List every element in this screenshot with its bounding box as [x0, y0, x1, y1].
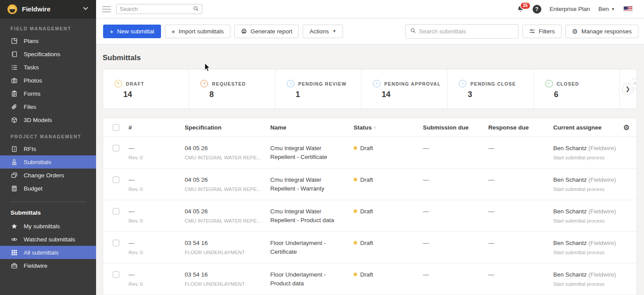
status-card-requested[interactable]: ↗REQUESTED 8	[189, 69, 275, 108]
column-header-current-assignee[interactable]: Current assignee	[553, 124, 616, 131]
stamp-icon	[11, 158, 18, 165]
status-dot	[354, 178, 357, 181]
help-icon[interactable]: ?	[533, 5, 541, 14]
row-submission-due-cell: —	[423, 169, 488, 184]
row-submission-due-cell: —	[423, 232, 488, 248]
column-header-specification[interactable]: Specification	[185, 124, 270, 131]
sidebar-item-all-submittals[interactable]: All submittals	[0, 246, 96, 259]
table-row[interactable]: —Rev. 0 04 05 26CMU INTEGRAL WATER REPE.…	[103, 200, 637, 232]
generate-report-button[interactable]: Generate report	[234, 25, 299, 38]
status-card-draft[interactable]: ✎DRAFT 14	[103, 69, 189, 108]
row-checkbox[interactable]	[113, 271, 119, 278]
status-count: 8	[209, 90, 275, 99]
status-count: 1	[296, 90, 361, 99]
status-dot	[354, 273, 357, 276]
status-card-pending-approval[interactable]: PENDING APPROVAL 14	[361, 69, 447, 108]
row-spec-cell: 03 54 16FLOOR UNDERLAYMENT	[185, 232, 270, 255]
submittals-search[interactable]	[405, 24, 519, 39]
column-header-number[interactable]: #	[129, 124, 185, 131]
manage-responses-button[interactable]: ⚙Manage responses	[565, 25, 638, 38]
sidebar-item-watched-submittals[interactable]: Watched submittals	[0, 233, 96, 246]
global-search[interactable]	[116, 4, 202, 14]
plus-icon: +	[110, 28, 114, 35]
sidebar-item-my-submittals[interactable]: My submittals	[0, 219, 96, 233]
clock-icon	[459, 80, 466, 87]
status-count: 6	[554, 90, 619, 99]
actionbar: +New submittal +Import submittals Genera…	[96, 18, 644, 44]
column-header-submission-due[interactable]: Submission due	[423, 124, 488, 131]
select-all-checkbox[interactable]	[113, 124, 119, 131]
row-checkbox[interactable]	[113, 145, 119, 151]
eye-icon	[11, 236, 18, 243]
status-count: 3	[468, 90, 533, 99]
sidebar-item-submittals[interactable]: Submittals	[0, 155, 96, 169]
plans-icon	[11, 37, 18, 44]
calculator-icon	[11, 185, 18, 192]
sidebar-item-forms[interactable]: Forms	[0, 87, 96, 100]
main-content: Submittals ✎DRAFT 14 ↗REQUESTED 8 PENDIN…	[96, 44, 644, 295]
status-dot	[354, 146, 357, 150]
sidebar-item-specifications[interactable]: Specifications	[0, 47, 96, 61]
column-header-name[interactable]: Name	[270, 124, 354, 131]
row-checkbox[interactable]	[113, 208, 119, 215]
sidebar-item-tasks[interactable]: Tasks	[0, 61, 96, 74]
global-search-input[interactable]	[120, 6, 193, 12]
sidebar-header[interactable]: Fieldwire	[0, 0, 96, 18]
table-row[interactable]: —Rev. 0 03 54 16FLOOR UNDERLAYMENT Floor…	[103, 263, 637, 295]
column-settings-gear-icon[interactable]: ⚙	[616, 123, 637, 132]
row-status-cell: Draft	[354, 137, 423, 153]
row-response-due-cell: —	[488, 169, 553, 184]
sidebar-item-3d-models[interactable]: 3D Models	[0, 113, 96, 126]
column-header-status[interactable]: Status↑	[354, 124, 423, 131]
sidebar-item-fieldwire[interactable]: Fieldwire	[0, 259, 96, 272]
topbar: 35 ? Enterprise Plan Ben▼	[96, 0, 644, 18]
plan-label[interactable]: Enterprise Plan	[550, 6, 590, 12]
status-card-pending-review[interactable]: PENDING REVIEW 1	[275, 69, 361, 108]
sidebar-item-photos[interactable]: Photos	[0, 74, 96, 87]
submittals-search-input[interactable]	[419, 28, 514, 35]
list-icon	[11, 64, 18, 71]
new-submittal-button[interactable]: +New submittal	[103, 25, 161, 38]
sidebar-item-budget[interactable]: Budget	[0, 182, 96, 195]
clock-icon	[287, 80, 294, 87]
sidebar-item-files[interactable]: Files	[0, 100, 96, 113]
section-label-field-management: FIELD MANAGEMENT	[0, 18, 96, 34]
sidebar-item-plans[interactable]: Plans	[0, 34, 96, 47]
table-row[interactable]: —Rev. 0 04 05 26CMU INTEGRAL WATER REPE.…	[103, 169, 637, 200]
table-row[interactable]: —Rev. 0 03 54 16FLOOR UNDERLAYMENT Floor…	[103, 232, 637, 263]
grid-icon	[11, 249, 18, 256]
sidebar-item-rfis[interactable]: RFIs	[0, 142, 96, 155]
row-assignee-cell: Ben Schantz (Fieldwire)Start submittal p…	[553, 263, 616, 287]
actions-menu-button[interactable]: Actions▼	[303, 25, 343, 38]
column-header-response-due[interactable]: Response due	[488, 124, 553, 131]
submittals-table: # Specification Name Status↑ Submission …	[103, 118, 637, 295]
row-status-cell: Draft	[354, 200, 423, 216]
camera-icon	[11, 77, 18, 84]
row-checkbox[interactable]	[113, 240, 119, 246]
document-icon	[11, 145, 18, 152]
row-response-due-cell: —	[488, 200, 553, 216]
row-name-cell: Cmu Integral Water Repellent - Certifica…	[270, 137, 354, 162]
row-number-cell: —Rev. 0	[129, 263, 185, 287]
close-icon[interactable]: ✕	[630, 79, 637, 88]
notifications-bell-icon[interactable]: 35	[517, 5, 524, 13]
table-row[interactable]: —Rev. 0 04 05 26CMU INTEGRAL WATER REPE.…	[103, 137, 637, 169]
sidebar-item-change-orders[interactable]: Change Orders	[0, 169, 96, 182]
hamburger-menu-icon[interactable]	[102, 6, 111, 12]
row-submission-due-cell: —	[423, 263, 488, 279]
chevron-down-icon[interactable]	[82, 5, 89, 14]
pencil-icon: ✎	[114, 80, 122, 87]
printer-icon	[241, 28, 247, 34]
row-status-cell: Draft	[354, 263, 423, 279]
brand-name: Fieldwire	[22, 5, 82, 13]
status-card-closed[interactable]: ✓CLOSED 6	[534, 69, 620, 108]
clock-icon	[373, 80, 380, 87]
language-flag-icon[interactable]	[623, 6, 633, 12]
row-response-due-cell: —	[488, 232, 553, 248]
import-submittals-button[interactable]: +Import submittals	[165, 25, 231, 38]
row-number-cell: —Rev. 0	[129, 137, 185, 161]
filters-button[interactable]: Filters	[522, 25, 562, 38]
user-menu[interactable]: Ben▼	[598, 6, 615, 12]
row-checkbox[interactable]	[113, 176, 119, 183]
status-card-pending-close[interactable]: PENDING CLOSE 3	[447, 69, 533, 108]
